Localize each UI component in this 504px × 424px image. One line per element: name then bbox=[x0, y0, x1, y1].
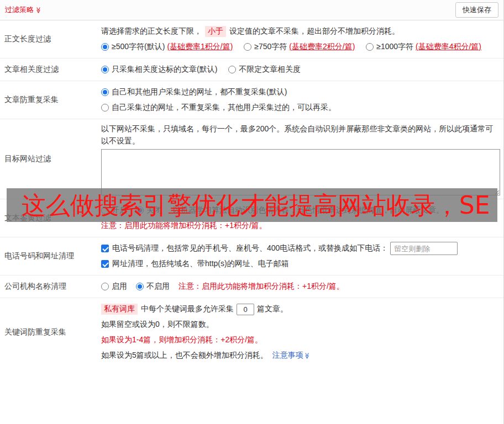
radio-label: 只采集相关度达标的文章(默认) bbox=[112, 65, 217, 75]
keyword-limit-text-end: 篇文章。 bbox=[257, 304, 288, 314]
target-site-desc: 以下网站不采集，只填域名，每行一个，最多200个。系统会自动识别并屏蔽那些非文章… bbox=[101, 123, 500, 147]
radio-icon[interactable] bbox=[101, 88, 109, 96]
keyword-limit-input[interactable] bbox=[237, 304, 254, 315]
section-label-target-site: 目标网站过滤 bbox=[0, 119, 95, 199]
radio-label: 启用 bbox=[112, 282, 127, 292]
radio-option-relevance-default[interactable]: 只采集相关度达标的文章(默认) bbox=[101, 62, 217, 77]
section-label-relevance: 文章相关度过滤 bbox=[0, 59, 95, 81]
company-clean-options: 启用 不启用 注意：启用此功能将增加积分消耗：+1积分/篇。 bbox=[101, 279, 500, 294]
radio-option-company-enable[interactable]: 启用 bbox=[101, 279, 127, 294]
notes-link[interactable]: 注意事项 ≫ bbox=[272, 351, 311, 361]
radio-icon[interactable] bbox=[244, 43, 251, 51]
intro-text-pre: 请选择需求的正文长度下限， bbox=[101, 26, 202, 36]
url-clean-line: 网址清理，包括纯域名、带http(s)的网址、电子邮箱 bbox=[101, 256, 500, 272]
section-body-length-filter: 正文长度过滤 请选择需求的正文长度下限， 小于 设定值的文章不采集，超出部分不增… bbox=[0, 20, 503, 59]
radio-icon[interactable] bbox=[228, 66, 236, 73]
radio-icon[interactable] bbox=[136, 283, 144, 290]
radio-label: 不限定文章相关度 bbox=[239, 65, 301, 75]
section-label-keyword-dedup: 关键词防重复采集 bbox=[0, 298, 95, 367]
checkbox-option-phone-clean[interactable]: 电话号码清理，包括常见的手机号、座机号、400电话格式，或替换成如下电话： bbox=[101, 241, 388, 256]
section-keyword-dedup: 关键词防重复采集 私有词库 中每个关键词最多允许采集 篇文章。 如果留空或设为0… bbox=[0, 298, 503, 367]
watermark-overlay: 这么做搜索引擎优化才能提高网站收录，SE bbox=[7, 188, 497, 222]
fee-rate-link[interactable]: (基础费率2积分/篇) bbox=[289, 42, 355, 52]
checkbox-icon[interactable] bbox=[101, 260, 109, 268]
radio-option-dedup-all-users[interactable]: 自己和其他用户采集过的网址，都不重复采集(默认) bbox=[101, 84, 287, 100]
radio-icon[interactable] bbox=[101, 43, 109, 51]
radio-label: ≥750字符 bbox=[254, 42, 287, 52]
section-company-clean: 公司机构名称清理 启用 不启用 注意：启用此功能将增加积分消耗：+1积分/篇。 bbox=[0, 275, 503, 298]
page-title-text: 过滤策略 bbox=[5, 5, 34, 15]
radio-icon[interactable] bbox=[366, 43, 374, 51]
keyword-note-zero: 如果留空或设为0，则不限篇数。 bbox=[101, 317, 500, 332]
checkbox-option-url-clean[interactable]: 网址清理，包括纯域名、带http(s)的网址、电子邮箱 bbox=[101, 256, 289, 272]
radio-option-1000-chars[interactable]: ≥1000字符 (基础费率4积分/篇) bbox=[366, 39, 481, 55]
radio-label: 自己和其他用户采集过的网址，都不重复采集(默认) bbox=[112, 87, 287, 97]
fee-rate-link[interactable]: (基础费率1积分/篇) bbox=[167, 42, 233, 52]
checkbox-label: 网址清理，包括纯域名、带http(s)的网址、电子邮箱 bbox=[112, 259, 289, 269]
fee-rate-link[interactable]: (基础费率4积分/篇) bbox=[416, 42, 481, 52]
section-dedup-collection: 文章防重复采集 自己和其他用户采集过的网址，都不重复采集(默认) 自己采集过的网… bbox=[0, 81, 503, 119]
section-label-dedup: 文章防重复采集 bbox=[0, 81, 95, 119]
page-title[interactable]: 过滤策略 ≫ bbox=[5, 5, 42, 15]
company-clean-note: 注意：启用此功能将增加积分消耗：+1积分/篇。 bbox=[179, 282, 344, 292]
radio-icon[interactable] bbox=[101, 104, 109, 112]
section-label-phone-url: 电话号码和网址清理 bbox=[0, 237, 95, 275]
keyword-note-five-line: 如果设为5篇或以上，也不会额外增加积分消耗。 注意事项 ≫ bbox=[101, 348, 500, 363]
radio-option-company-disable[interactable]: 不启用 bbox=[136, 279, 170, 294]
section-relevance-filter: 文章相关度过滤 只采集相关度达标的文章(默认) 不限定文章相关度 bbox=[0, 59, 503, 81]
double-chevron-icon: ≫ bbox=[303, 352, 311, 359]
phone-clean-line: 电话号码清理，包括常见的手机号、座机号、400电话格式，或替换成如下电话： bbox=[101, 241, 500, 256]
intro-text-post: 设定值的文章不采集，超出部分不增加积分消耗。 bbox=[229, 26, 400, 36]
radio-label: ≥1000字符 bbox=[376, 42, 413, 52]
radio-option-dedup-self-only[interactable]: 自己采集过的网址，不重复采集，其他用户采集过的，可以再采。 bbox=[101, 100, 336, 115]
radio-option-500-chars[interactable]: ≥500字符(默认) (基础费率1积分/篇) bbox=[101, 39, 233, 55]
section-target-site-filter: 目标网站过滤 以下网站不采集，只填域名，每行一个，最多200个。系统会自动识别并… bbox=[0, 119, 503, 199]
checkbox-label: 电话号码清理，包括常见的手机号、座机号、400电话格式，或替换成如下电话： bbox=[112, 243, 388, 253]
body-length-intro: 请选择需求的正文长度下限， 小于 设定值的文章不采集，超出部分不增加积分消耗。 bbox=[101, 24, 500, 39]
section-phone-url-clean: 电话号码和网址清理 电话号码清理，包括常见的手机号、座机号、400电话格式，或替… bbox=[0, 237, 503, 275]
radio-label: 不启用 bbox=[146, 282, 170, 292]
keyword-note-cost: 如果设为1-4篇，则增加积分消耗：+2积分/篇。 bbox=[101, 332, 500, 348]
notes-link-label: 注意事项 bbox=[272, 351, 303, 361]
filter-strategy-page: 过滤策略 ≫ 快速保存 正文长度过滤 请选择需求的正文长度下限， 小于 设定值的… bbox=[0, 0, 504, 424]
checkbox-icon[interactable] bbox=[101, 245, 109, 252]
keyword-limit-text: 中每个关键词最多允许采集 bbox=[141, 304, 234, 314]
keyword-note-five: 如果设为5篇或以上，也不会额外增加积分消耗。 bbox=[101, 351, 268, 361]
radio-icon[interactable] bbox=[101, 66, 109, 73]
radio-label: ≥500字符(默认) bbox=[112, 42, 165, 52]
private-lexicon-badge: 私有词库 bbox=[101, 304, 138, 315]
chevron-down-icon: ≫ bbox=[35, 7, 42, 13]
section-label-body-length: 正文长度过滤 bbox=[0, 20, 95, 58]
watermark-text: 这么做搜索引擎优化才能提高网站收录，SE bbox=[7, 193, 490, 218]
radio-label: 自己采集过的网址，不重复采集，其他用户采集过的，可以再采。 bbox=[112, 103, 336, 113]
section-label-company: 公司机构名称清理 bbox=[0, 275, 95, 298]
phone-replacement-input[interactable] bbox=[390, 242, 458, 255]
less-than-highlight: 小于 bbox=[205, 26, 226, 37]
radio-option-750-chars[interactable]: ≥750字符 (基础费率2积分/篇) bbox=[244, 39, 355, 55]
keyword-limit-line: 私有词库 中每个关键词最多允许采集 篇文章。 bbox=[101, 301, 500, 317]
page-header: 过滤策略 ≫ 快速保存 bbox=[0, 0, 503, 20]
quick-save-button[interactable]: 快速保存 bbox=[455, 2, 498, 18]
radio-icon[interactable] bbox=[101, 283, 109, 290]
radio-option-relevance-unlimited[interactable]: 不限定文章相关度 bbox=[228, 62, 301, 77]
